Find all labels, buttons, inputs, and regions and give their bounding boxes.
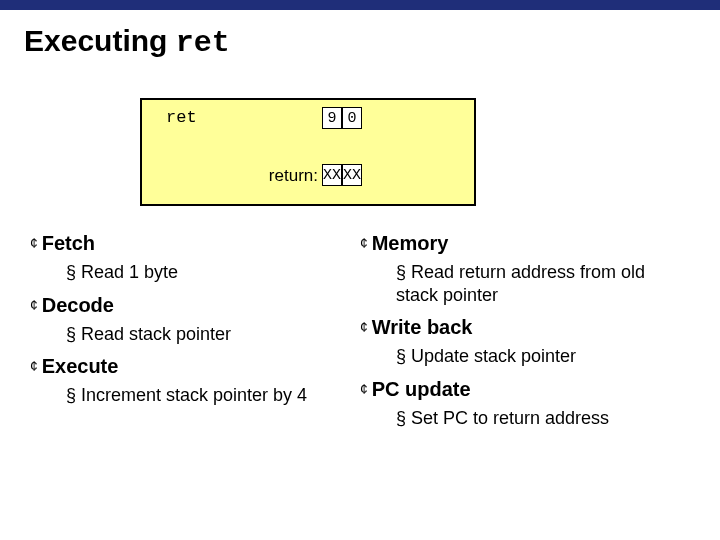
- left-column: Fetch Read 1 byte Decode Read stack poin…: [30, 232, 360, 439]
- top-bar: [0, 0, 720, 10]
- diagram-cells-top: 9 0: [322, 107, 362, 129]
- stage-heading: Memory: [360, 232, 690, 255]
- encoding-diagram: ret 9 0 return: XX XX: [140, 98, 476, 206]
- diagram-cell: XX: [342, 164, 362, 186]
- title-code: ret: [176, 26, 230, 60]
- slide-title: Executing ret: [24, 24, 720, 60]
- stage-item: Read return address from old stack point…: [396, 261, 676, 306]
- stage-heading: Fetch: [30, 232, 360, 255]
- stage-item: Read stack pointer: [66, 323, 346, 346]
- stage-item: Read 1 byte: [66, 261, 346, 284]
- diagram-return-label: return:: [269, 166, 318, 186]
- diagram-mnemonic: ret: [166, 108, 197, 127]
- stage-item: Set PC to return address: [396, 407, 676, 430]
- stage-columns: Fetch Read 1 byte Decode Read stack poin…: [30, 232, 690, 439]
- right-column: Memory Read return address from old stac…: [360, 232, 690, 439]
- title-prefix: Executing: [24, 24, 176, 57]
- stage-heading: Execute: [30, 355, 360, 378]
- stage-heading: Write back: [360, 316, 690, 339]
- diagram-cell: 9: [322, 107, 342, 129]
- diagram-cells-bottom: XX XX: [322, 164, 362, 186]
- stage-heading: PC update: [360, 378, 690, 401]
- diagram-cell: XX: [322, 164, 342, 186]
- stage-item: Update stack pointer: [396, 345, 676, 368]
- diagram-cell: 0: [342, 107, 362, 129]
- stage-heading: Decode: [30, 294, 360, 317]
- stage-item: Increment stack pointer by 4: [66, 384, 346, 407]
